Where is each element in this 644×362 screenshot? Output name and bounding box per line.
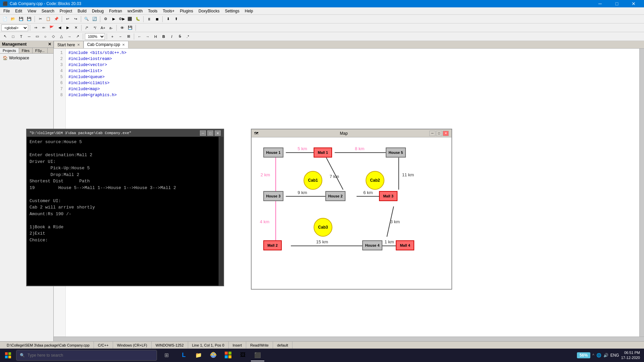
tb2-doc-start[interactable]: /* — [83, 24, 91, 32]
map-close[interactable]: ✕ — [443, 131, 449, 136]
console-minimize[interactable]: ─ — [200, 130, 206, 136]
tb3-highlight[interactable]: H — [152, 33, 159, 40]
tb2-memory[interactable]: 💾 — [126, 24, 134, 32]
tb2-font-down[interactable]: a- — [107, 24, 115, 32]
tb2-doc-end[interactable]: */ — [91, 24, 99, 32]
start-button[interactable] — [1, 349, 15, 361]
tb-save[interactable]: 💾 — [17, 15, 25, 23]
menu-settings[interactable]: Settings — [222, 7, 242, 14]
taskbar-app-codeblocks[interactable]: ⬛ — [251, 349, 264, 361]
tb3-ellipse[interactable]: ○ — [42, 33, 49, 40]
tb2-jump-fwd[interactable]: ⇒ — [32, 24, 39, 32]
map-minimize[interactable]: ─ — [429, 131, 435, 136]
tb3-italic[interactable]: I — [168, 33, 175, 40]
tb2-prev-bookmark[interactable]: ◀ — [56, 24, 63, 32]
sidebar-workspace[interactable]: 🏠 Workspace — [1, 55, 52, 61]
console-maximize[interactable]: □ — [207, 130, 213, 136]
taskbar-app-5[interactable]: 🖼 — [236, 349, 250, 361]
tb-debug-stop[interactable]: ⏹ — [153, 15, 161, 23]
tb3-zig[interactable]: ↗ — [74, 33, 81, 40]
tb3-diamond[interactable]: ◇ — [50, 33, 57, 40]
tb2-debug-watch[interactable]: 👁 — [118, 24, 126, 32]
tb3-strikethrough[interactable]: S̶ — [176, 33, 183, 40]
taskbar-taskview[interactable]: ⊞ — [160, 349, 173, 361]
global-dropdown[interactable]: <global> — [1, 24, 28, 31]
close-button[interactable]: ✕ — [626, 0, 641, 7]
taskbar-app-chrome[interactable] — [207, 349, 220, 361]
tb-debug-run[interactable]: 🐛 — [134, 15, 142, 23]
sidebar-tab-projects[interactable]: Projects — [0, 48, 19, 53]
menu-edit[interactable]: Edit — [12, 7, 25, 14]
tb3-arrow[interactable]: → — [66, 33, 73, 40]
menu-project[interactable]: Project — [57, 7, 75, 14]
tb2-next-bookmark[interactable]: ▶ — [64, 24, 71, 32]
sidebar-tab-fsy[interactable]: FSy... — [33, 48, 48, 53]
tab-cab-close[interactable]: ✕ — [122, 43, 125, 47]
menu-toolsplus[interactable]: Tools+ — [160, 7, 177, 14]
tb-new[interactable]: 📄 — [1, 15, 9, 23]
tb-next-err[interactable]: ⬇ — [164, 15, 172, 23]
tb-stop[interactable]: ⬛ — [126, 15, 133, 23]
tb3-rect[interactable]: ▭ — [34, 33, 41, 40]
sidebar-close[interactable]: ✕ — [48, 42, 51, 47]
tb3-zoom-in[interactable]: + — [109, 33, 116, 40]
menu-fortran[interactable]: Fortran — [106, 7, 125, 14]
tb2-bookmark[interactable]: 🚩 — [48, 24, 55, 32]
taskbar-app-explorer[interactable]: 📁 — [192, 349, 205, 361]
menu-plugins[interactable]: Plugins — [177, 7, 196, 14]
minimize-button[interactable]: ─ — [592, 0, 608, 7]
tb-find[interactable]: 🔍 — [83, 15, 90, 23]
tb-run[interactable]: ▶ — [110, 15, 117, 23]
tb3-text[interactable]: T — [17, 33, 25, 40]
tb-cut[interactable]: ✂ — [37, 15, 44, 23]
taskbar-app-4[interactable] — [221, 349, 235, 361]
tb3-tri[interactable]: △ — [58, 33, 65, 40]
tb-undo[interactable]: ↩ — [64, 15, 71, 23]
zoom-dropdown[interactable]: 100% — [85, 33, 105, 40]
editor-scrollbar-v[interactable] — [639, 49, 644, 337]
menu-tools[interactable]: Tools — [145, 7, 160, 14]
menu-view[interactable]: View — [25, 7, 39, 14]
tab-start-close[interactable]: ✕ — [77, 43, 80, 47]
tb-save-all[interactable]: 💾 — [25, 15, 33, 23]
console-close[interactable]: ✕ — [215, 130, 221, 136]
tb-open[interactable]: 📂 — [9, 15, 17, 23]
menu-help[interactable]: Help — [242, 7, 256, 14]
tb3-regex[interactable]: .* — [184, 33, 192, 40]
tb-debug-pause[interactable]: ⏸ — [145, 15, 153, 23]
taskbar-search-bar[interactable]: 🔍 — [16, 350, 157, 361]
tb-copy[interactable]: 📋 — [45, 15, 52, 23]
tb3-prev[interactable]: ← — [136, 33, 143, 40]
menu-search[interactable]: Search — [39, 7, 57, 14]
menu-wxsmith[interactable]: wxSmith — [125, 7, 145, 14]
console-scrollbar[interactable] — [219, 137, 223, 286]
tb3-bold[interactable]: B — [160, 33, 167, 40]
tb3-fit[interactable]: ⊞ — [125, 33, 132, 40]
tb2-clear-bookmarks[interactable]: ✕ — [72, 24, 79, 32]
tb-paste[interactable]: 📌 — [53, 15, 60, 23]
tb3-cursor[interactable]: ↖ — [1, 33, 9, 40]
editor-scrollbar-h[interactable] — [54, 337, 644, 341]
tb-redo[interactable]: ↪ — [72, 15, 79, 23]
tb3-select[interactable]: □ — [9, 33, 17, 40]
menu-file[interactable]: File — [1, 7, 12, 14]
tb3-line[interactable]: ─ — [25, 33, 33, 40]
tb-prev-err[interactable]: ⬆ — [172, 15, 180, 23]
menu-doxyblocks[interactable]: DoxyBlocks — [196, 7, 222, 14]
tb-replace[interactable]: 🔄 — [91, 15, 98, 23]
sidebar-tab-files[interactable]: Files — [19, 48, 33, 53]
taskbar-app-l[interactable]: L — [177, 349, 191, 361]
tb2-font-up[interactable]: A+ — [99, 24, 107, 32]
menu-build[interactable]: Build — [75, 7, 89, 14]
tb3-next[interactable]: → — [144, 33, 151, 40]
map-maximize[interactable]: □ — [436, 131, 442, 136]
tb3-zoom-out[interactable]: − — [117, 33, 124, 40]
menu-debug[interactable]: Debug — [89, 7, 106, 14]
tb-build[interactable]: ⚙ — [102, 15, 109, 23]
tb2-jump-back[interactable]: ⇐ — [40, 24, 47, 32]
tab-start-here[interactable]: Start here ✕ — [54, 41, 84, 48]
tab-cab-company[interactable]: Cab Company.cpp ✕ — [84, 41, 129, 48]
maximize-button[interactable]: □ — [609, 0, 625, 7]
tb-build-run[interactable]: ⚙▶ — [118, 15, 125, 23]
search-input[interactable] — [28, 353, 153, 358]
